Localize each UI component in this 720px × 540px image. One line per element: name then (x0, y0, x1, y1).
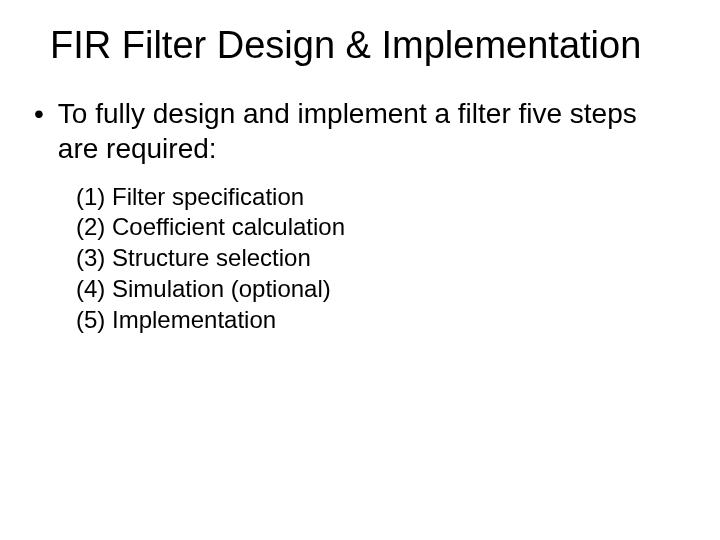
bullet-text: To fully design and implement a filter f… (58, 96, 680, 166)
step-item: (5) Implementation (76, 305, 680, 336)
slide: FIR Filter Design & Implementation • To … (0, 0, 720, 540)
step-item: (1) Filter specification (76, 182, 680, 213)
step-item: (4) Simulation (optional) (76, 274, 680, 305)
step-item: (3) Structure selection (76, 243, 680, 274)
bullet-item: • To fully design and implement a filter… (40, 96, 680, 166)
bullet-marker: • (34, 96, 44, 131)
steps-list: (1) Filter specification (2) Coefficient… (76, 182, 680, 336)
slide-title: FIR Filter Design & Implementation (50, 24, 680, 68)
step-item: (2) Coefficient calculation (76, 212, 680, 243)
